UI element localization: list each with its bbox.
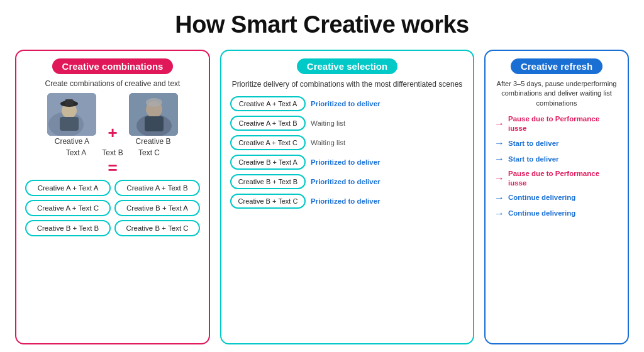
col3-title: Creative refresh <box>511 58 602 74</box>
sel-combo-6: Creative B + Text C <box>230 194 306 209</box>
sel-row-6: Creative B + Text C Prioritized to deliv… <box>230 194 464 209</box>
sel-combo-4: Creative B + Text A <box>230 155 306 170</box>
col2-title: Creative selection <box>297 58 397 74</box>
arrow-blue-2: → <box>494 138 504 149</box>
sel-combo-5: Creative B + Text B <box>230 174 306 189</box>
sel-status-4: Prioritized to deliver <box>311 158 380 166</box>
creative-refresh-panel: Creative refresh After 3–5 days, pause u… <box>484 50 629 344</box>
sel-row-2: Creative A + Text B Waiting list <box>230 116 464 131</box>
arrow-red-4: → <box>494 173 504 184</box>
creative-b-label: Creative B <box>136 137 171 146</box>
sel-combo-3: Creative A + Text C <box>230 135 306 150</box>
creatives-images-row: Creative A + Creative B <box>47 93 177 146</box>
combo-pill-1: Creative A + Text A <box>25 180 111 196</box>
page-title: How Smart Creative works <box>175 11 469 38</box>
creative-b-item: Creative B <box>129 93 178 146</box>
sel-status-1: Prioritized to deliver <box>311 100 380 107</box>
selection-rows: Creative A + Text A Prioritized to deliv… <box>230 96 464 209</box>
combo-pill-3: Creative A + Text C <box>25 200 111 216</box>
creative-a-label: Creative A <box>55 137 89 146</box>
text-labels-row: Text A Text B Text C <box>64 148 162 157</box>
ref-row-3: → Start to deliver <box>494 153 619 165</box>
creative-selection-panel: Creative selection Prioritize delivery o… <box>220 50 474 344</box>
ref-row-2: → Start to deliver <box>494 138 619 149</box>
arrow-blue-3: → <box>494 153 504 165</box>
sel-combo-2: Creative A + Text B <box>230 116 306 131</box>
text-b-label: Text B <box>100 148 125 157</box>
creative-combinations-panel: Creative combinations Create combination… <box>15 50 210 344</box>
sel-status-6: Prioritized to deliver <box>311 197 380 205</box>
text-c-label: Text C <box>136 148 162 157</box>
sel-row-4: Creative B + Text A Prioritized to deliv… <box>230 155 464 170</box>
equals-sign: = <box>108 160 117 176</box>
ref-text-4: Pause due to Performance iusse <box>508 169 619 188</box>
combo-pill-4: Creative B + Text A <box>114 200 200 216</box>
sel-combo-1: Creative A + Text A <box>230 96 306 111</box>
svg-rect-9 <box>145 116 164 131</box>
creative-b-image <box>129 93 178 136</box>
text-a-label: Text A <box>64 148 89 157</box>
refresh-rows: → Pause due to Performance iusse → Start… <box>494 114 619 219</box>
plus-sign: + <box>108 124 117 141</box>
arrow-blue-6: → <box>494 208 504 219</box>
col3-subtitle: After 3–5 days, pause underperforming co… <box>494 79 619 108</box>
ref-text-3: Start to deliver <box>508 155 559 164</box>
arrow-red-1: → <box>494 118 504 129</box>
combo-pill-2: Creative A + Text B <box>114 180 200 196</box>
creative-a-item: Creative A <box>47 93 96 146</box>
main-columns: Creative combinations Create combination… <box>15 50 629 344</box>
ref-row-1: → Pause due to Performance iusse <box>494 114 619 133</box>
sel-status-3: Waiting list <box>311 139 380 146</box>
sel-row-5: Creative B + Text B Prioritized to deliv… <box>230 174 464 189</box>
sel-status-2: Waiting list <box>311 119 380 127</box>
creative-a-image <box>47 93 96 136</box>
ref-row-5: → Continue delivering <box>494 192 619 204</box>
sel-status-5: Prioritized to deliver <box>311 178 380 185</box>
combo-grid: Creative A + Text A Creative A + Text B … <box>25 180 200 236</box>
sel-row-1: Creative A + Text A Prioritized to deliv… <box>230 96 464 111</box>
svg-point-10 <box>146 98 162 107</box>
col2-subtitle: Prioritize delivery of combinations with… <box>232 79 463 90</box>
svg-rect-3 <box>60 117 79 131</box>
col1-title: Creative combinations <box>52 58 174 74</box>
ref-row-4: → Pause due to Performance iusse <box>494 169 619 188</box>
svg-rect-5 <box>65 99 74 106</box>
ref-text-2: Start to deliver <box>508 139 559 148</box>
ref-text-6: Continue delivering <box>508 209 575 218</box>
arrow-blue-5: → <box>494 192 504 204</box>
col1-subtitle: Create combinations of creative and text <box>45 79 180 88</box>
ref-row-6: → Continue delivering <box>494 208 619 219</box>
combo-pill-6: Creative B + Text C <box>114 220 200 236</box>
combo-pill-5: Creative B + Text B <box>25 220 111 236</box>
ref-text-1: Pause due to Performance iusse <box>508 114 619 133</box>
ref-text-5: Continue delivering <box>508 193 575 202</box>
sel-row-3: Creative A + Text C Waiting list <box>230 135 464 150</box>
